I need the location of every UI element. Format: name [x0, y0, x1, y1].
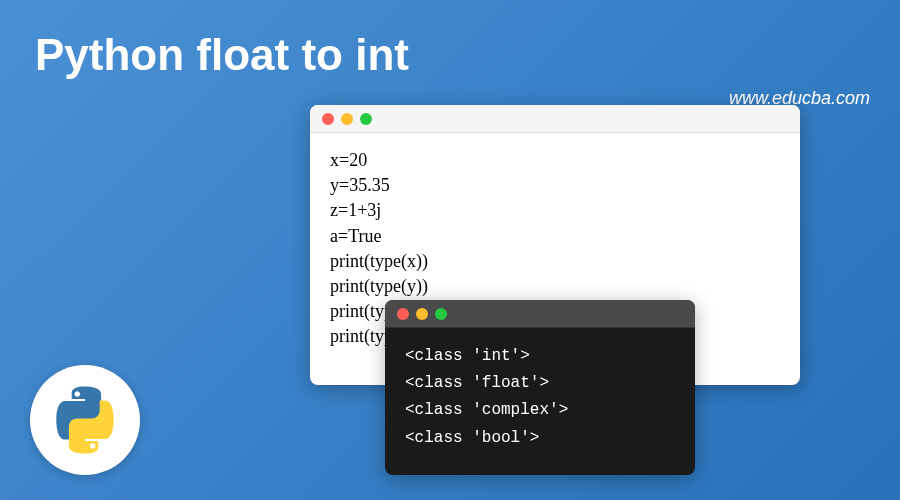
python-logo-icon	[50, 385, 120, 455]
close-icon	[322, 113, 334, 125]
maximize-icon	[435, 308, 447, 320]
terminal-line: <class 'bool'>	[405, 425, 675, 452]
python-logo	[30, 365, 140, 475]
code-titlebar	[310, 105, 800, 133]
terminal-content: <class 'int'> <class 'float'> <class 'co…	[385, 328, 695, 467]
code-line: a=True	[330, 224, 780, 249]
page-title: Python float to int	[35, 30, 409, 80]
terminal-line: <class 'complex'>	[405, 397, 675, 424]
code-line: y=35.35	[330, 173, 780, 198]
code-line: x=20	[330, 148, 780, 173]
close-icon	[397, 308, 409, 320]
code-line: print(type(x))	[330, 249, 780, 274]
terminal-window: <class 'int'> <class 'float'> <class 'co…	[385, 300, 695, 475]
terminal-titlebar	[385, 300, 695, 328]
code-line: print(type(y))	[330, 274, 780, 299]
minimize-icon	[416, 308, 428, 320]
terminal-line: <class 'int'>	[405, 343, 675, 370]
minimize-icon	[341, 113, 353, 125]
terminal-line: <class 'float'>	[405, 370, 675, 397]
code-line: z=1+3j	[330, 198, 780, 223]
maximize-icon	[360, 113, 372, 125]
